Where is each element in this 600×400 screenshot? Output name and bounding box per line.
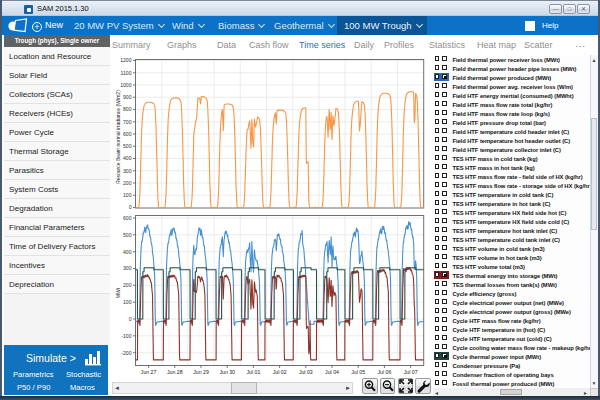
svg-text:0: 0 bbox=[129, 316, 132, 322]
svg-text:Jun 30: Jun 30 bbox=[219, 369, 235, 375]
svg-text:100: 100 bbox=[123, 192, 132, 198]
svg-text:Jul 03: Jul 03 bbox=[299, 369, 313, 375]
svg-text:Jul 07: Jul 07 bbox=[404, 369, 418, 375]
svg-text:900: 900 bbox=[123, 94, 132, 100]
svg-text:Jul 04: Jul 04 bbox=[325, 369, 339, 375]
svg-text:600: 600 bbox=[123, 215, 132, 221]
svg-text:600: 600 bbox=[123, 131, 132, 137]
svg-text:Jul 01: Jul 01 bbox=[246, 369, 260, 375]
svg-text:200: 200 bbox=[123, 282, 132, 288]
svg-text:Jun 29: Jun 29 bbox=[193, 369, 209, 375]
svg-text:300: 300 bbox=[123, 168, 132, 174]
svg-text:100: 100 bbox=[123, 299, 132, 305]
svg-text:400: 400 bbox=[123, 155, 132, 161]
svg-text:500: 500 bbox=[123, 232, 132, 238]
svg-text:MWt: MWt bbox=[115, 287, 121, 298]
svg-text:800: 800 bbox=[123, 106, 132, 112]
svg-text:Jun 27: Jun 27 bbox=[141, 369, 157, 375]
svg-text:Jul 05: Jul 05 bbox=[351, 369, 365, 375]
svg-text:1000: 1000 bbox=[120, 82, 131, 88]
svg-text:200: 200 bbox=[123, 180, 132, 186]
svg-text:500: 500 bbox=[123, 143, 132, 149]
svg-text:700: 700 bbox=[123, 119, 132, 125]
svg-text:1200: 1200 bbox=[120, 57, 131, 63]
svg-text:0: 0 bbox=[129, 204, 132, 210]
svg-text:Jul 02: Jul 02 bbox=[273, 369, 287, 375]
svg-text:Resource Beam normal irradianc: Resource Beam normal irradiance (W/m2) bbox=[115, 90, 121, 184]
svg-text:400: 400 bbox=[123, 249, 132, 255]
svg-text:Jun 28: Jun 28 bbox=[167, 369, 183, 375]
svg-text:Jul 06: Jul 06 bbox=[377, 369, 391, 375]
svg-text:-200: -200 bbox=[121, 350, 131, 356]
svg-text:-100: -100 bbox=[121, 333, 131, 339]
svg-text:1100: 1100 bbox=[121, 70, 132, 76]
svg-text:300: 300 bbox=[123, 265, 132, 271]
